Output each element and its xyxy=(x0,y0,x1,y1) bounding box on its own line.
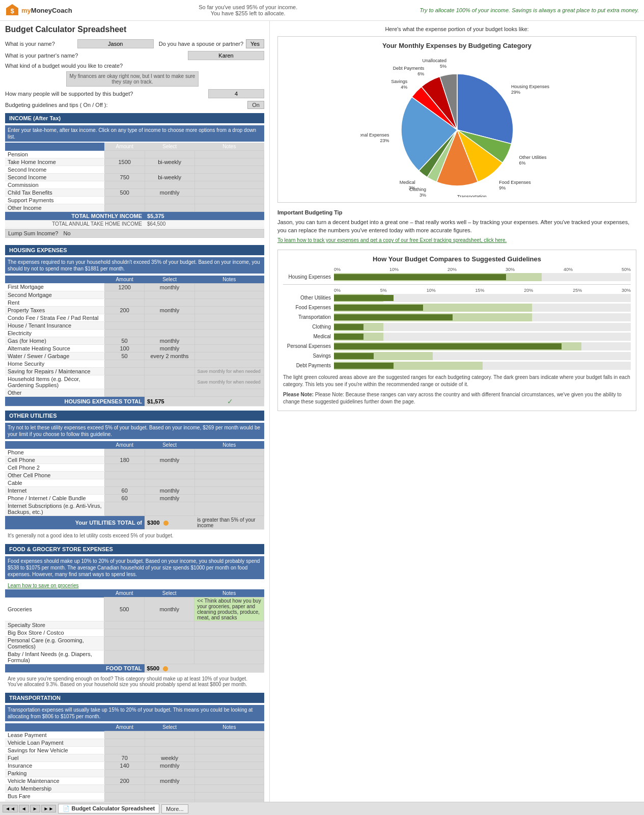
food-item-amount[interactable] xyxy=(104,637,145,650)
income-item-select[interactable] xyxy=(145,166,194,173)
housing-item-select[interactable]: monthly xyxy=(145,337,194,344)
housing-item-select[interactable] xyxy=(145,389,194,396)
food-item-amount[interactable] xyxy=(104,629,145,637)
housing-item-select[interactable] xyxy=(145,314,194,321)
income-item-select[interactable] xyxy=(145,204,194,211)
income-item-select[interactable]: bi-weekly xyxy=(145,158,194,166)
utilities-item-select[interactable] xyxy=(145,479,194,487)
housing-item-amount[interactable]: 100 xyxy=(104,344,145,352)
guidelines-toggle[interactable]: On xyxy=(247,101,264,109)
housing-item-select[interactable] xyxy=(145,291,194,298)
utilities-item-amount[interactable] xyxy=(104,464,145,472)
housing-item-amount[interactable] xyxy=(104,329,145,337)
tip-link[interactable]: To learn how to track your expenses and … xyxy=(277,237,507,243)
tab-more[interactable]: More... xyxy=(161,804,188,812)
utilities-item-select[interactable] xyxy=(145,502,194,516)
housing-item-amount[interactable]: 1200 xyxy=(104,283,145,291)
income-item-amount[interactable] xyxy=(104,166,145,173)
food-item-amount[interactable] xyxy=(104,650,145,664)
transport-item-amount[interactable] xyxy=(104,784,145,792)
name-input[interactable] xyxy=(77,39,154,48)
housing-item-select[interactable]: monthly xyxy=(145,306,194,314)
housing-item-amount[interactable] xyxy=(104,314,145,321)
housing-item-amount[interactable]: 50 xyxy=(104,352,145,360)
housing-item-amount[interactable] xyxy=(104,291,145,298)
transport-item-select[interactable] xyxy=(145,792,194,800)
housing-item-amount[interactable]: 200 xyxy=(104,306,145,314)
housing-item-select[interactable] xyxy=(145,321,194,329)
income-item-amount[interactable] xyxy=(104,151,145,158)
transport-item-amount[interactable] xyxy=(104,769,145,777)
housing-item-amount[interactable] xyxy=(104,298,145,306)
transport-item-select[interactable]: weekly xyxy=(145,754,194,762)
transport-item-select[interactable]: monthly xyxy=(145,777,194,784)
utilities-item-select[interactable] xyxy=(145,472,194,479)
transport-item-select[interactable] xyxy=(145,769,194,777)
income-item-select[interactable]: bi-weekly xyxy=(145,173,194,181)
housing-item-amount[interactable] xyxy=(104,375,145,389)
income-item-select[interactable] xyxy=(145,196,194,204)
transport-item-select[interactable] xyxy=(145,784,194,792)
housing-item-amount[interactable] xyxy=(104,389,145,396)
utilities-item-amount[interactable] xyxy=(104,479,145,487)
utilities-item-select[interactable]: monthly xyxy=(145,487,194,495)
housing-item-select[interactable] xyxy=(145,375,194,389)
utilities-item-select[interactable]: monthly xyxy=(145,456,194,464)
housing-item-select[interactable] xyxy=(145,360,194,367)
income-item-amount[interactable] xyxy=(104,181,145,188)
utilities-item-select[interactable]: monthly xyxy=(145,495,194,502)
food-item-select[interactable] xyxy=(145,621,194,629)
housing-item-select[interactable] xyxy=(145,367,194,375)
tab-nav-next[interactable]: ► xyxy=(30,805,40,812)
housing-item-select[interactable] xyxy=(145,329,194,337)
tab-nav-prev[interactable]: ◄ xyxy=(19,805,29,812)
food-item-select[interactable] xyxy=(145,650,194,664)
transport-item-amount[interactable]: 140 xyxy=(104,762,145,769)
transport-item-amount[interactable] xyxy=(104,739,145,746)
partner-name-input[interactable] xyxy=(188,51,264,60)
food-item-amount[interactable]: 500 xyxy=(104,597,145,621)
tab-nav-last[interactable]: ►► xyxy=(41,805,57,812)
housing-item-amount[interactable] xyxy=(104,367,145,375)
household-input[interactable] xyxy=(208,89,264,98)
utilities-item-amount[interactable] xyxy=(104,502,145,516)
income-item-select[interactable] xyxy=(145,181,194,188)
income-item-amount[interactable] xyxy=(104,204,145,211)
food-item-select[interactable] xyxy=(145,637,194,650)
food-learn-link[interactable]: Learn how to save on groceries xyxy=(5,581,264,589)
utilities-item-amount[interactable]: 60 xyxy=(104,487,145,495)
housing-item-amount[interactable] xyxy=(104,321,145,329)
utilities-item-select[interactable] xyxy=(145,464,194,472)
utilities-item-amount[interactable] xyxy=(104,449,145,456)
housing-item-amount[interactable]: 50 xyxy=(104,337,145,344)
utilities-item-amount[interactable]: 180 xyxy=(104,456,145,464)
income-item-select[interactable]: monthly xyxy=(145,188,194,196)
housing-item-select[interactable]: monthly xyxy=(145,344,194,352)
transport-item-amount[interactable]: 200 xyxy=(104,777,145,784)
income-item-amount[interactable] xyxy=(104,196,145,204)
budget-type-value[interactable]: My finances are okay right now, but I wa… xyxy=(66,71,199,87)
income-item-select[interactable] xyxy=(145,151,194,158)
transport-item-amount[interactable] xyxy=(104,731,145,739)
tab-nav-first[interactable]: ◄◄ xyxy=(3,805,18,812)
food-item-select[interactable] xyxy=(145,629,194,637)
spouse-button[interactable]: Yes xyxy=(246,39,264,48)
transport-item-select[interactable] xyxy=(145,731,194,739)
utilities-item-amount[interactable]: 60 xyxy=(104,495,145,502)
utilities-item-select[interactable] xyxy=(145,449,194,456)
housing-item-select[interactable]: monthly xyxy=(145,283,194,291)
tab-budget-calculator[interactable]: 📄 Budget Calculator Spreadsheet xyxy=(58,804,159,812)
transport-item-amount[interactable]: 70 xyxy=(104,754,145,762)
income-item-amount[interactable]: 500 xyxy=(104,188,145,196)
transport-item-amount[interactable] xyxy=(104,792,145,800)
transport-item-select[interactable]: monthly xyxy=(145,762,194,769)
income-item-amount[interactable]: 1500 xyxy=(104,158,145,166)
transport-item-amount[interactable] xyxy=(104,746,145,754)
utilities-item-amount[interactable] xyxy=(104,472,145,479)
transport-item-select[interactable] xyxy=(145,746,194,754)
housing-item-select[interactable] xyxy=(145,298,194,306)
transport-item-select[interactable] xyxy=(145,739,194,746)
housing-item-amount[interactable] xyxy=(104,360,145,367)
housing-item-select[interactable]: every 2 months xyxy=(145,352,194,360)
income-item-amount[interactable]: 750 xyxy=(104,173,145,181)
